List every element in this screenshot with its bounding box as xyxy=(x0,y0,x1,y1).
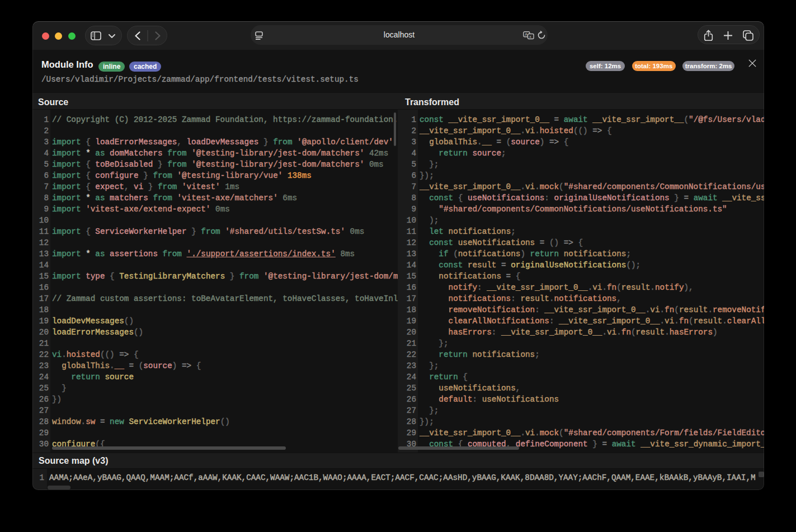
svg-text:A: A xyxy=(525,32,527,37)
svg-text:x: x xyxy=(529,34,531,39)
